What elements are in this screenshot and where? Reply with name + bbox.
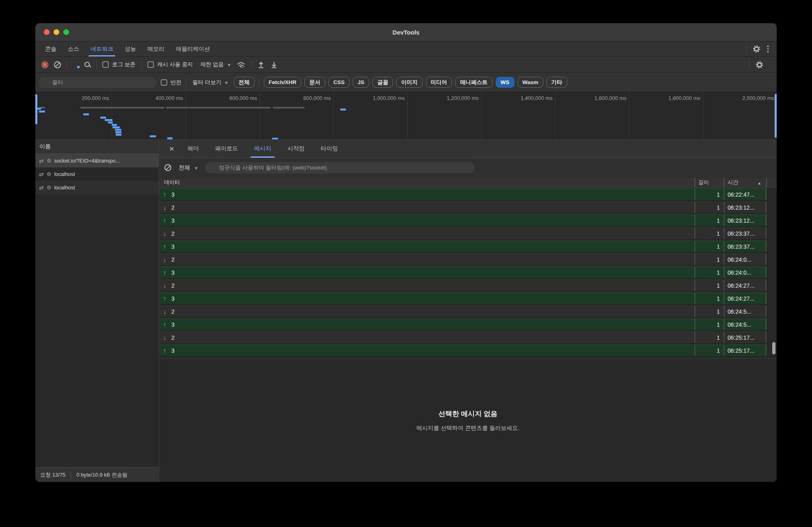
message-time-cell: 06:23:12... (724, 215, 766, 226)
detail-tab[interactable]: 페이로드 (210, 140, 243, 158)
messages-table: 데이터 길이 시간 3 (159, 177, 777, 358)
network-filter-input[interactable] (52, 79, 152, 85)
column-header-data[interactable]: 데이터 (159, 178, 695, 187)
message-row[interactable]: 3 1 06:23:37... (159, 241, 767, 252)
message-data-cell: 2 (159, 306, 695, 317)
resource-type-chip[interactable]: 미디어 (426, 77, 452, 88)
detail-tab[interactable]: 시작점 (282, 140, 310, 158)
preserve-log-checkbox[interactable] (102, 61, 109, 68)
detail-tab[interactable]: 타이밍 (315, 140, 343, 158)
message-row[interactable]: 3 1 06:24:0... (159, 267, 767, 278)
message-data: 2 (171, 256, 175, 263)
message-row[interactable]: 3 1 06:25:17... (159, 345, 767, 356)
message-data-cell: 3 (159, 267, 695, 278)
timeline-tick-label: 200,000 ms (82, 95, 109, 101)
divider (749, 61, 749, 69)
resource-type-chip[interactable]: JS (353, 77, 369, 88)
request-name: localhost (54, 171, 75, 177)
throttling-dropdown[interactable]: 제한 없음 (200, 61, 230, 68)
message-time-cell: 06:23:37... (724, 241, 766, 252)
resource-type-chip[interactable]: WS (496, 77, 514, 88)
message-row[interactable]: 2 1 06:24:0... (159, 254, 767, 265)
detail-tab[interactable]: 헤더 (182, 140, 204, 158)
column-header-time[interactable]: 시간 (724, 178, 766, 187)
main-tab[interactable]: 소스 (63, 41, 84, 56)
request-row[interactable]: socket.io/?EIO=4&transpo... (35, 154, 159, 167)
close-detail-button[interactable] (164, 140, 179, 158)
resource-type-chip[interactable]: 문서 (304, 77, 325, 88)
divider (186, 78, 186, 86)
resource-type-chip[interactable]: CSS (328, 77, 350, 88)
zoom-window-button[interactable] (63, 29, 69, 35)
message-row[interactable]: 3 1 06:23:12... (159, 215, 767, 226)
waterfall-request-bar (115, 129, 121, 131)
message-row[interactable]: 3 1 06:24:5... (159, 319, 767, 330)
settings-gear-icon[interactable] (753, 45, 760, 53)
close-icon (169, 144, 174, 153)
message-filter-input[interactable] (219, 165, 470, 171)
message-row[interactable]: 3 1 06:24:27... (159, 293, 767, 304)
filter-funnel-icon (43, 80, 49, 85)
resource-type-chip-all[interactable]: 전체 (234, 77, 255, 88)
close-window-button[interactable] (44, 29, 50, 35)
search-icon[interactable] (84, 62, 91, 68)
clear-messages-icon[interactable] (164, 164, 171, 171)
request-row[interactable]: localhost (35, 167, 159, 181)
main-tab[interactable]: 콘솔 (41, 41, 61, 56)
network-conditions-icon[interactable] (236, 61, 246, 68)
message-time-cell: 06:25:17... (724, 345, 766, 356)
record-network-log-button[interactable] (41, 61, 48, 68)
preserve-log-checkbox-group: 로그 보존 (102, 61, 136, 68)
preserve-log-label: 로그 보존 (112, 61, 136, 68)
more-options-icon[interactable] (767, 46, 770, 52)
messages-scrollbar-thumb[interactable] (772, 342, 775, 354)
timeline-tick-cell: 1,200,000 ms (408, 92, 482, 139)
disable-cache-checkbox[interactable] (147, 61, 154, 68)
message-data: 3 (171, 321, 175, 328)
main-tab[interactable]: 네트워크 (86, 41, 118, 56)
waterfall-request-bar (167, 137, 173, 139)
message-row[interactable]: 2 1 06:23:12... (159, 202, 767, 213)
column-header-length[interactable]: 길이 (695, 178, 724, 187)
detail-tab[interactable]: 메시지 (249, 140, 276, 158)
filter-toggle-icon[interactable] (73, 62, 79, 67)
resource-type-chip[interactable]: 이미지 (396, 77, 423, 88)
invert-filter-checkbox[interactable] (161, 79, 167, 86)
timeline-left-handle[interactable] (35, 94, 37, 124)
message-length-cell: 1 (695, 215, 724, 226)
request-name: socket.io/?EIO=4&transpo... (54, 158, 120, 164)
clear-network-log-icon[interactable] (54, 61, 61, 68)
request-list-header[interactable]: 이름 (35, 140, 159, 154)
timeline-tick-cell: 1,800,000 ms (629, 92, 703, 139)
resource-type-chip[interactable]: 글꼴 (372, 77, 393, 88)
message-length-cell: 1 (695, 267, 724, 278)
resource-type-chip[interactable]: Wasm (518, 77, 543, 88)
request-list-panel: 이름 socket.io/?EIO=4&transpo... localhost (35, 140, 159, 482)
import-har-icon[interactable] (257, 61, 265, 69)
message-row[interactable]: 2 1 06:24:5... (159, 306, 767, 317)
network-overview-timeline[interactable]: 200,000 ms 400,000 ms 600,000 ms 800,000… (35, 92, 777, 140)
network-settings-gear-icon[interactable] (756, 61, 763, 69)
chevron-down-icon (195, 165, 198, 171)
main-tab[interactable]: 성능 (120, 41, 140, 56)
message-row[interactable]: 3 1 06:22:47... (159, 189, 767, 200)
divider (71, 472, 71, 478)
request-row[interactable]: localhost (35, 181, 159, 194)
message-row[interactable]: 2 1 06:23:37... (159, 228, 767, 239)
resource-type-chip[interactable]: 기타 (546, 77, 567, 88)
main-tab[interactable]: 애플리케이션 (171, 41, 214, 56)
message-row[interactable]: 2 1 06:25:17... (159, 332, 767, 343)
minimize-window-button[interactable] (54, 29, 59, 35)
main-tab[interactable]: 메모리 (143, 41, 169, 56)
request-gear-icon (47, 158, 52, 164)
timeline-right-handle[interactable] (775, 94, 777, 138)
message-type-dropdown[interactable]: 전체 (179, 164, 198, 171)
export-har-icon[interactable] (270, 61, 278, 69)
resource-type-chip[interactable]: 매니페스트 (455, 77, 492, 88)
more-filters-dropdown[interactable]: 필터 더보기 (192, 79, 228, 86)
message-time-cell: 06:24:0... (724, 267, 766, 278)
message-row[interactable]: 2 1 06:24:27... (159, 280, 767, 291)
message-length-cell: 1 (695, 280, 724, 291)
message-data-cell: 2 (159, 228, 695, 239)
resource-type-chip[interactable]: Fetch/XHR (264, 77, 301, 88)
